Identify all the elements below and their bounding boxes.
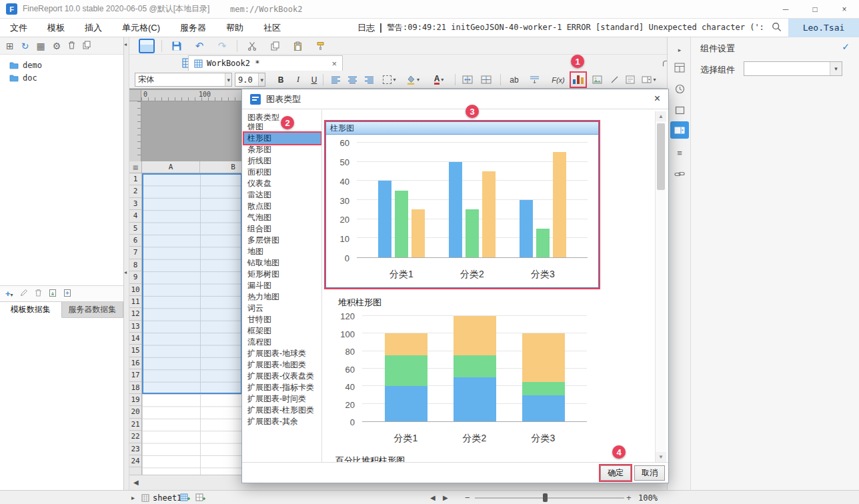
cell-attribute-button[interactable]	[670, 101, 689, 119]
collapse-right-panel-button[interactable]: ▸	[670, 41, 689, 59]
chart-type-item[interactable]: 词云	[244, 303, 321, 314]
settings-icon[interactable]: ⚙	[53, 41, 61, 51]
menu-item[interactable]: 服务器	[170, 19, 216, 37]
minimize-button[interactable]: ─	[771, 0, 800, 19]
collapse-left-icon[interactable]: ◂	[124, 269, 127, 275]
menu-item[interactable]: 插入	[75, 19, 112, 37]
bold-button[interactable]: B	[273, 73, 288, 87]
row-header[interactable]: 21	[129, 419, 141, 431]
insert-chart-button[interactable]	[571, 73, 586, 87]
export-dataset-icon[interactable]	[49, 289, 57, 299]
workbook-tab[interactable]: WorkBook2 * ×	[188, 55, 343, 71]
chart-type-item[interactable]: 矩形树图	[244, 269, 321, 280]
chart-type-item[interactable]: 扩展图表-时间类	[244, 393, 321, 405]
row-header[interactable]: 22	[129, 431, 141, 443]
sheet-nav-arrow[interactable]: ▸	[131, 491, 135, 504]
format-painter-button[interactable]	[312, 39, 328, 53]
zoom-slider-handle[interactable]	[543, 493, 548, 502]
chart-type-item[interactable]: 扩展图表-柱形图类	[244, 405, 321, 416]
chart-type-item[interactable]: 折线图	[244, 155, 321, 167]
align-left-button[interactable]	[328, 73, 343, 87]
column-header-a[interactable]: A	[142, 161, 200, 173]
chart-type-item[interactable]: 组合图	[244, 223, 321, 235]
chart-type-item[interactable]: 甘特图	[244, 314, 321, 325]
chart-type-item[interactable]: 多层饼图	[244, 235, 321, 246]
row-header[interactable]: 8	[129, 259, 141, 271]
menu-item[interactable]: 单元格(C)	[112, 19, 170, 37]
paste-button[interactable]	[289, 39, 305, 53]
row-header[interactable]: 15	[129, 345, 141, 357]
sheet-tab[interactable]: sheet1	[141, 491, 181, 504]
tab-template-dataset[interactable]: 模板数据集	[0, 302, 62, 318]
row-header[interactable]: 7	[129, 247, 141, 259]
insert-image-button[interactable]	[590, 73, 604, 87]
dialog-close-button[interactable]: ×	[654, 93, 660, 105]
chart-type-item[interactable]: 条形图	[244, 144, 321, 155]
insert-textbox-button[interactable]	[623, 73, 638, 87]
close-button[interactable]: ×	[830, 0, 859, 19]
zoom-in-button[interactable]: +	[626, 491, 632, 504]
ok-button[interactable]: 确定	[600, 465, 631, 481]
folder-item[interactable]: doc	[0, 71, 123, 84]
duplicate-icon[interactable]	[83, 41, 91, 51]
scrollbar-thumb[interactable]	[657, 123, 665, 190]
zoom-slider-track[interactable]	[475, 497, 624, 499]
edit-dataset-icon[interactable]	[20, 289, 28, 299]
chart-type-item[interactable]: 扩展图表-地图类	[244, 359, 321, 371]
row-header[interactable]: 6	[129, 235, 141, 247]
wrap-text-button[interactable]: ab	[507, 73, 522, 87]
add-report-sheet-button[interactable]	[180, 491, 190, 504]
zoom-nav-right-button[interactable]: ▶	[443, 491, 448, 504]
redo-button[interactable]: ↷	[214, 39, 230, 53]
row-header[interactable]: 10	[129, 284, 141, 296]
search-icon[interactable]	[772, 22, 782, 34]
row-header[interactable]: 4	[129, 210, 141, 222]
refresh-icon[interactable]: ↻	[21, 41, 29, 51]
chart-type-item[interactable]: 柱形图	[244, 133, 321, 144]
chart-type-item[interactable]: 地图	[244, 246, 321, 257]
row-header[interactable]: 13	[129, 321, 141, 333]
copy-button[interactable]	[267, 39, 283, 53]
row-header[interactable]: 18	[129, 382, 141, 394]
zoom-nav-left-button[interactable]: ◀	[430, 491, 436, 504]
chart-type-item[interactable]: 漏斗图	[244, 280, 321, 291]
new-template-icon[interactable]: ⊞	[6, 41, 14, 51]
row-header[interactable]: 19	[129, 394, 141, 406]
insert-widget-button[interactable]: ▾	[639, 73, 659, 87]
log-label[interactable]: 日志	[357, 22, 375, 34]
insert-line-button[interactable]	[607, 73, 622, 87]
row-header[interactable]: 20	[129, 406, 141, 418]
menu-item[interactable]: 模板	[37, 19, 75, 37]
row-header[interactable]: 1	[129, 173, 141, 185]
save-button[interactable]	[169, 39, 185, 53]
unmerge-cells-button[interactable]	[479, 73, 494, 87]
chart-type-item[interactable]: 流程图	[244, 337, 321, 348]
row-header[interactable]: 11	[129, 296, 141, 308]
fill-color-button[interactable]: ▾	[403, 73, 423, 87]
chart-type-item[interactable]: 扩展图表-指标卡类	[244, 382, 321, 393]
align-right-button[interactable]	[361, 73, 376, 87]
delete-icon[interactable]	[68, 41, 75, 51]
vertical-align-button[interactable]	[527, 73, 542, 87]
column-chart-preview[interactable]: 柱形图 0102030405060分类1分类2分类3	[325, 121, 599, 288]
warning-message[interactable]: 警告:09:49:21 initGeoJSON-40-worker-1 ERRO…	[387, 22, 764, 33]
scroll-down-button[interactable]: ▼	[656, 452, 666, 462]
row-header[interactable]: 9	[129, 271, 141, 283]
undo-button[interactable]: ↶	[191, 39, 207, 53]
table-view-icon[interactable]: ▦	[36, 41, 45, 51]
hyperlink-button[interactable]	[670, 165, 689, 183]
formula-button[interactable]: F(x)	[550, 73, 567, 87]
chart-type-item[interactable]: 扩展图表-其余	[244, 416, 321, 427]
condition-list-button[interactable]: ≡	[670, 144, 689, 161]
merge-cells-button[interactable]	[460, 73, 475, 87]
add-aggregation-sheet-button[interactable]	[195, 491, 205, 504]
chart-type-item[interactable]: 扩展图表-仪表盘类	[244, 371, 321, 382]
select-all-corner[interactable]: ▦	[129, 161, 142, 173]
import-dataset-icon[interactable]	[63, 289, 71, 299]
row-header[interactable]: 23	[129, 443, 141, 455]
borders-button[interactable]: ▾	[380, 73, 399, 87]
row-header[interactable]: 3	[129, 198, 141, 210]
cancel-button[interactable]: 取消	[634, 465, 665, 481]
widget-settings-button[interactable]	[670, 121, 689, 139]
tab-server-dataset[interactable]: 服务器数据集	[62, 302, 124, 317]
